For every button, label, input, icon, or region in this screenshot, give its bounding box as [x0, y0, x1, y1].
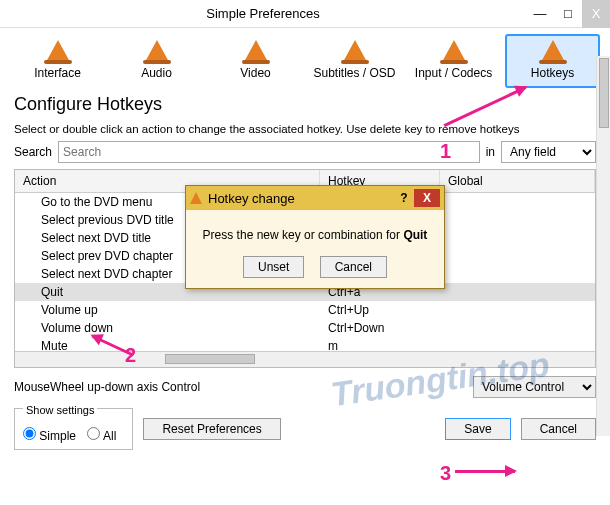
table-row[interactable]: Volume upCtrl+Up	[15, 301, 595, 319]
cell-hotkey: Ctrl+Down	[320, 319, 440, 337]
help-button[interactable]: ?	[394, 191, 414, 205]
horizontal-scrollbar[interactable]	[15, 351, 595, 367]
cone-icon	[145, 40, 169, 62]
table-row[interactable]: Mutem	[15, 337, 595, 351]
cancel-button[interactable]: Cancel	[521, 418, 596, 440]
in-label: in	[486, 145, 495, 159]
tab-label: Audio	[141, 66, 172, 80]
hotkey-change-dialog: Hotkey change ? X Press the new key or c…	[185, 185, 445, 289]
dialog-close-button[interactable]: X	[414, 189, 440, 207]
tab-subtitles[interactable]: Subtitles / OSD	[307, 34, 402, 88]
search-label: Search	[14, 145, 52, 159]
dialog-body: Press the new key or combination for Qui…	[186, 210, 444, 288]
dialog-title: Hotkey change	[208, 191, 394, 206]
mousewheel-label: MouseWheel up-down axis Control	[14, 380, 200, 394]
titlebar: Simple Preferences — □ X	[0, 0, 610, 28]
save-button[interactable]: Save	[445, 418, 510, 440]
show-settings-legend: Show settings	[23, 404, 97, 416]
search-input[interactable]	[58, 141, 480, 163]
cell-hotkey: m	[320, 337, 440, 351]
cell-action: Mute	[15, 337, 320, 351]
dialog-message: Press the new key or combination for Qui…	[196, 228, 434, 242]
vertical-scrollbar[interactable]	[596, 56, 610, 436]
field-select[interactable]: Any field	[501, 141, 596, 163]
mousewheel-row: MouseWheel up-down axis Control Volume C…	[0, 368, 610, 402]
radio-all[interactable]: All	[87, 429, 116, 443]
tab-audio[interactable]: Audio	[109, 34, 204, 88]
annotation-3: 3	[440, 462, 451, 485]
hint-text: Select or double click an action to chan…	[0, 119, 610, 141]
minimize-button[interactable]: —	[526, 0, 554, 28]
cell-global	[440, 301, 595, 319]
close-button[interactable]: X	[582, 0, 610, 28]
reset-button[interactable]: Reset Preferences	[143, 418, 280, 440]
cone-icon	[244, 40, 268, 62]
search-row: Search in Any field	[0, 141, 610, 169]
footer: Show settings Simple All Reset Preferenc…	[0, 402, 610, 460]
cell-action: Volume up	[15, 301, 320, 319]
cone-icon	[343, 40, 367, 62]
tab-label: Subtitles / OSD	[313, 66, 395, 80]
tab-label: Hotkeys	[531, 66, 574, 80]
cone-icon	[46, 40, 70, 62]
tab-label: Input / Codecs	[415, 66, 492, 80]
cell-action: Volume down	[15, 319, 320, 337]
cone-icon	[541, 40, 565, 62]
cell-global	[440, 265, 595, 283]
tab-hotkeys[interactable]: Hotkeys	[505, 34, 600, 88]
page-title: Configure Hotkeys	[0, 88, 610, 119]
cone-icon	[190, 192, 202, 204]
cell-global	[440, 247, 595, 265]
category-tabs: Interface Audio Video Subtitles / OSD In…	[0, 28, 610, 88]
cell-global	[440, 283, 595, 301]
scrollbar-thumb[interactable]	[599, 58, 609, 128]
arrow-3	[455, 470, 515, 473]
cell-global	[440, 229, 595, 247]
tab-label: Interface	[34, 66, 81, 80]
cell-global	[440, 193, 595, 211]
radio-simple[interactable]: Simple	[23, 429, 76, 443]
scrollbar-thumb[interactable]	[165, 354, 255, 364]
tab-codecs[interactable]: Input / Codecs	[406, 34, 501, 88]
tab-interface[interactable]: Interface	[10, 34, 105, 88]
cell-global	[440, 319, 595, 337]
maximize-button[interactable]: □	[554, 0, 582, 28]
mousewheel-select[interactable]: Volume Control	[473, 376, 596, 398]
table-row[interactable]: Volume downCtrl+Down	[15, 319, 595, 337]
window-title: Simple Preferences	[0, 6, 526, 21]
col-global[interactable]: Global	[440, 170, 595, 192]
cone-icon	[442, 40, 466, 62]
cell-global	[440, 337, 595, 351]
tab-video[interactable]: Video	[208, 34, 303, 88]
tab-label: Video	[240, 66, 270, 80]
dialog-titlebar: Hotkey change ? X	[186, 186, 444, 210]
cell-global	[440, 211, 595, 229]
unset-button[interactable]: Unset	[243, 256, 304, 278]
show-settings-group: Show settings Simple All	[14, 408, 133, 450]
dialog-cancel-button[interactable]: Cancel	[320, 256, 387, 278]
cell-hotkey: Ctrl+Up	[320, 301, 440, 319]
